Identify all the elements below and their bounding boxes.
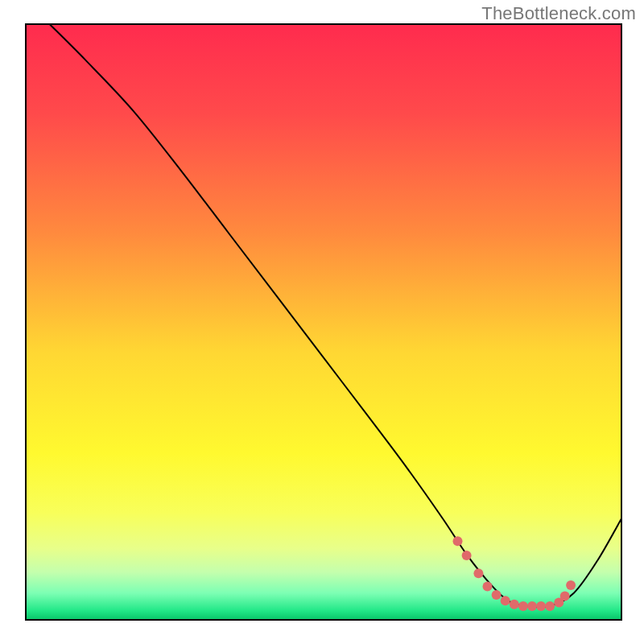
optimal-zone-marker bbox=[518, 601, 528, 611]
gradient-background bbox=[26, 24, 621, 620]
optimal-zone-marker bbox=[462, 551, 472, 560]
optimal-zone-marker bbox=[453, 536, 463, 546]
optimal-zone-marker bbox=[501, 596, 510, 605]
optimal-zone-marker bbox=[510, 600, 519, 609]
optimal-zone-marker bbox=[545, 601, 555, 611]
optimal-zone-marker bbox=[527, 601, 537, 611]
optimal-zone-marker bbox=[566, 580, 576, 590]
watermark-label: TheBottleneck.com bbox=[481, 3, 636, 24]
optimal-zone-marker bbox=[536, 601, 546, 611]
optimal-zone-marker bbox=[473, 568, 483, 578]
chart-container: TheBottleneck.com bbox=[0, 0, 644, 644]
optimal-zone-marker bbox=[492, 590, 502, 600]
optimal-zone-marker bbox=[560, 591, 570, 601]
optimal-zone-marker bbox=[483, 582, 493, 592]
bottleneck-chart bbox=[0, 0, 644, 644]
